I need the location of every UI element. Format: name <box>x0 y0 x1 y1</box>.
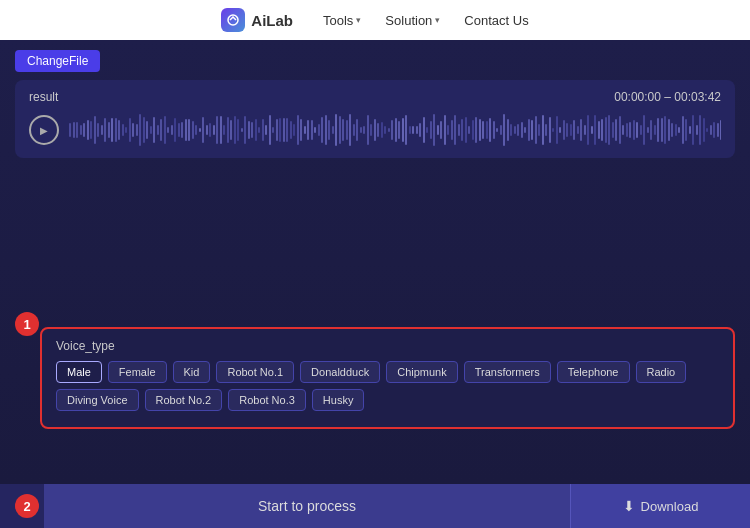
download-label: Download <box>641 499 699 514</box>
voice-type-button[interactable]: Telephone <box>557 361 630 383</box>
voice-type-button[interactable]: Robot No.1 <box>216 361 294 383</box>
voice-type-button[interactable]: Robot No.2 <box>145 389 223 411</box>
voice-type-button[interactable]: Male <box>56 361 102 383</box>
voice-type-button[interactable]: Robot No.3 <box>228 389 306 411</box>
change-file-button[interactable]: ChangeFile <box>15 50 100 72</box>
voice-type-button[interactable]: Husky <box>312 389 365 411</box>
voice-type-button[interactable]: Female <box>108 361 167 383</box>
chevron-down-icon: ▾ <box>435 15 440 25</box>
logo: AiLab <box>221 8 293 32</box>
step2-indicator: 2 <box>15 494 39 518</box>
header: AiLab Tools ▾ Solution ▾ Contact Us <box>0 0 750 40</box>
play-button[interactable]: ▶ <box>29 115 59 145</box>
voice-type-button[interactable]: Chipmunk <box>386 361 458 383</box>
voice-type-button[interactable]: Transformers <box>464 361 551 383</box>
logo-text: AiLab <box>251 12 293 29</box>
timestamp: 00:00:00 – 00:03:42 <box>614 90 721 104</box>
result-label: result <box>29 90 58 104</box>
voice-buttons-row2: Diving VoiceRobot No.2Robot No.3Husky <box>56 389 719 411</box>
step1-indicator: 1 <box>15 312 39 336</box>
voice-type-panel: Voice_type MaleFemaleKidRobot No.1Donald… <box>40 327 735 429</box>
waveform-container: result 00:00:00 – 00:03:42 ▶ <box>15 80 735 158</box>
voice-buttons-row1: MaleFemaleKidRobot No.1DonaldduckChipmun… <box>56 361 719 383</box>
voice-type-button[interactable]: Kid <box>173 361 211 383</box>
voice-type-label: Voice_type <box>56 339 719 353</box>
download-icon: ⬇ <box>623 498 635 514</box>
download-button[interactable]: ⬇ Download <box>570 484 750 528</box>
waveform-header: result 00:00:00 – 00:03:42 <box>29 90 721 104</box>
bottom-bar: 2 Start to process ⬇ Download <box>0 484 750 528</box>
voice-type-button[interactable]: Donaldduck <box>300 361 380 383</box>
nav-tools[interactable]: Tools ▾ <box>323 13 361 28</box>
waveform-visualization <box>69 112 721 148</box>
main-content: ChangeFile result 00:00:00 – 00:03:42 ▶ … <box>0 40 750 484</box>
voice-type-button[interactable]: Diving Voice <box>56 389 139 411</box>
logo-icon <box>221 8 245 32</box>
start-process-button[interactable]: Start to process <box>44 484 570 528</box>
chevron-down-icon: ▾ <box>356 15 361 25</box>
nav-contact[interactable]: Contact Us <box>464 13 528 28</box>
voice-type-button[interactable]: Radio <box>636 361 687 383</box>
waveform-player: ▶ <box>29 112 721 148</box>
nav-solution[interactable]: Solution ▾ <box>385 13 440 28</box>
main-nav: Tools ▾ Solution ▾ Contact Us <box>323 13 529 28</box>
